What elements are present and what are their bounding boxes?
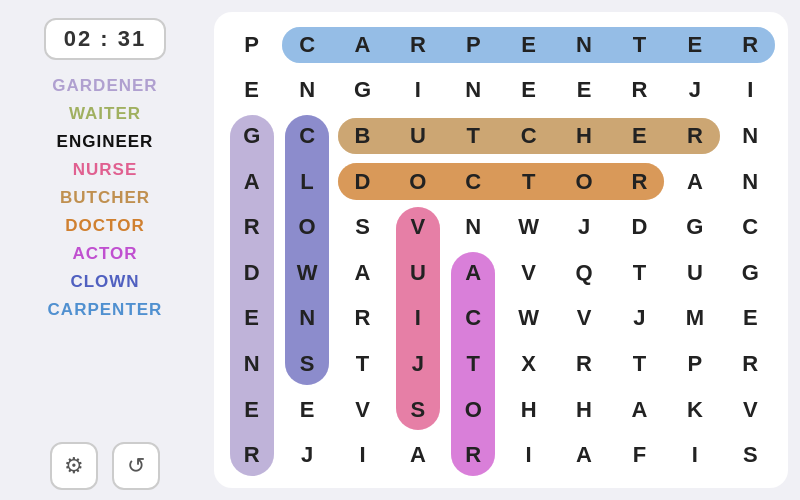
settings-button[interactable]: ⚙ [50, 442, 98, 490]
grid-cell[interactable]: E [224, 387, 279, 433]
grid-cell[interactable]: R [723, 22, 778, 68]
grid-cell[interactable]: I [390, 68, 445, 114]
grid-cell[interactable]: R [335, 296, 390, 342]
grid-cell[interactable]: H [556, 387, 611, 433]
grid-cell[interactable]: E [501, 22, 556, 68]
grid-cell[interactable]: P [667, 341, 722, 387]
grid-cell[interactable]: I [390, 296, 445, 342]
grid-cell[interactable]: R [667, 113, 722, 159]
grid-cell[interactable]: C [723, 204, 778, 250]
grid-cell[interactable]: A [556, 432, 611, 478]
grid-cell[interactable]: G [335, 68, 390, 114]
grid-cell[interactable]: R [224, 204, 279, 250]
grid-cell[interactable]: N [556, 22, 611, 68]
grid-cell[interactable]: E [224, 296, 279, 342]
grid-cell[interactable]: R [612, 159, 667, 205]
grid-cell[interactable]: W [501, 296, 556, 342]
grid-cell[interactable]: E [556, 68, 611, 114]
grid-cell[interactable]: R [612, 68, 667, 114]
grid-cell[interactable]: O [446, 387, 501, 433]
grid-cell[interactable]: H [556, 113, 611, 159]
grid-cell[interactable]: T [612, 22, 667, 68]
grid-cell[interactable]: E [501, 68, 556, 114]
grid-cell[interactable]: J [390, 341, 445, 387]
grid-cell[interactable]: R [446, 432, 501, 478]
grid-cell[interactable]: T [612, 341, 667, 387]
grid-cell[interactable]: V [501, 250, 556, 296]
grid-cell[interactable]: C [446, 159, 501, 205]
grid-cell[interactable]: F [612, 432, 667, 478]
grid-cell[interactable]: D [612, 204, 667, 250]
grid-cell[interactable]: J [667, 68, 722, 114]
grid-cell[interactable]: G [224, 113, 279, 159]
grid-cell[interactable]: C [279, 22, 334, 68]
grid-cell[interactable]: I [723, 68, 778, 114]
grid-cell[interactable]: S [279, 341, 334, 387]
grid-cell[interactable]: A [335, 250, 390, 296]
grid-cell[interactable]: D [335, 159, 390, 205]
grid-cell[interactable]: L [279, 159, 334, 205]
grid-cell[interactable]: N [446, 68, 501, 114]
grid-cell[interactable]: I [335, 432, 390, 478]
grid-cell[interactable]: T [335, 341, 390, 387]
grid-cell[interactable]: N [723, 159, 778, 205]
grid-cell[interactable]: T [612, 250, 667, 296]
grid-cell[interactable]: X [501, 341, 556, 387]
grid-cell[interactable]: W [279, 250, 334, 296]
grid-cell[interactable]: N [723, 113, 778, 159]
grid-cell[interactable]: N [446, 204, 501, 250]
grid-cell[interactable]: S [335, 204, 390, 250]
grid-cell[interactable]: D [224, 250, 279, 296]
grid-cell[interactable]: U [390, 113, 445, 159]
refresh-button[interactable]: ↺ [112, 442, 160, 490]
grid-cell[interactable]: R [723, 341, 778, 387]
grid-cell[interactable]: B [335, 113, 390, 159]
grid-cell[interactable]: E [224, 68, 279, 114]
grid-cell[interactable]: T [501, 159, 556, 205]
grid-cell[interactable]: V [723, 387, 778, 433]
grid-cell[interactable]: C [279, 113, 334, 159]
grid-cell[interactable]: E [667, 22, 722, 68]
grid-cell[interactable]: E [723, 296, 778, 342]
grid-cell[interactable]: V [390, 204, 445, 250]
grid-cell[interactable]: J [556, 204, 611, 250]
grid-cell[interactable]: I [667, 432, 722, 478]
grid-cell[interactable]: A [667, 159, 722, 205]
grid-cell[interactable]: V [556, 296, 611, 342]
grid-cell[interactable]: G [667, 204, 722, 250]
grid-cell[interactable]: G [723, 250, 778, 296]
grid-cell[interactable]: V [335, 387, 390, 433]
grid-cell[interactable]: A [390, 432, 445, 478]
grid-cell[interactable]: K [667, 387, 722, 433]
grid-cell[interactable]: N [279, 68, 334, 114]
grid-cell[interactable]: P [224, 22, 279, 68]
grid-cell[interactable]: M [667, 296, 722, 342]
grid-cell[interactable]: A [335, 22, 390, 68]
grid-cell[interactable]: I [501, 432, 556, 478]
grid-cell[interactable]: U [390, 250, 445, 296]
grid-cell[interactable]: N [224, 341, 279, 387]
grid-cell[interactable]: W [501, 204, 556, 250]
grid-cell[interactable]: O [556, 159, 611, 205]
grid-cell[interactable]: E [279, 387, 334, 433]
grid-cell[interactable]: C [446, 296, 501, 342]
grid-cell[interactable]: R [556, 341, 611, 387]
grid-cell[interactable]: T [446, 113, 501, 159]
grid-cell[interactable]: O [390, 159, 445, 205]
grid-cell[interactable]: J [279, 432, 334, 478]
grid-cell[interactable]: U [667, 250, 722, 296]
grid-cell[interactable]: T [446, 341, 501, 387]
grid-cell[interactable]: P [446, 22, 501, 68]
grid-cell[interactable]: S [723, 432, 778, 478]
grid-cell[interactable]: E [612, 113, 667, 159]
grid-cell[interactable]: S [390, 387, 445, 433]
grid-cell[interactable]: Q [556, 250, 611, 296]
grid-cell[interactable]: J [612, 296, 667, 342]
grid-cell[interactable]: A [446, 250, 501, 296]
grid-cell[interactable]: H [501, 387, 556, 433]
grid-cell[interactable]: N [279, 296, 334, 342]
grid-cell[interactable]: R [390, 22, 445, 68]
grid-cell[interactable]: A [612, 387, 667, 433]
grid-cell[interactable]: A [224, 159, 279, 205]
grid-cell[interactable]: O [279, 204, 334, 250]
